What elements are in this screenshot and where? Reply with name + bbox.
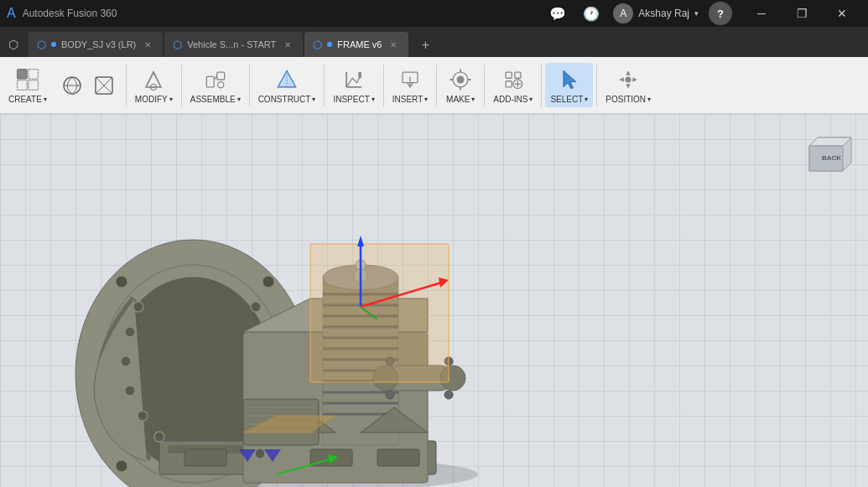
user-area[interactable]: A Akshay Raj ▾	[613, 3, 699, 23]
select-group[interactable]: SELECT ▾	[545, 63, 593, 107]
canvas-area[interactable]: BACK	[0, 114, 868, 487]
tab-new-icon: ⬡	[8, 38, 18, 51]
create-label: CREATE ▾	[8, 95, 47, 104]
svg-point-74	[138, 411, 148, 421]
svg-rect-1	[29, 70, 39, 80]
svg-point-73	[125, 386, 135, 396]
svg-rect-25	[506, 72, 512, 78]
tab-vehicle[interactable]: ⬡ Vehicle S...n - START ✕	[164, 32, 303, 57]
tab-body-sj-icon: ⬡	[37, 39, 46, 51]
modify-group[interactable]: MODIFY ▾	[130, 63, 178, 107]
construct-icon	[273, 66, 300, 93]
svg-point-14	[217, 82, 223, 88]
sep-7	[484, 65, 485, 106]
svg-point-75	[154, 432, 164, 442]
svg-point-36	[116, 276, 127, 288]
svg-rect-85	[185, 449, 226, 466]
svg-rect-2	[17, 80, 27, 91]
modify-label: MODIFY ▾	[135, 95, 173, 104]
assemble-label: ASSEMBLE ▾	[190, 95, 241, 104]
create-icon	[14, 66, 41, 93]
svg-point-24	[457, 76, 465, 84]
tab-bar: ⬡ ⬡ BODY_SJ v3 (LR) ✕ ⬡ Vehicle S...n - …	[0, 27, 868, 57]
title-bar: A Autodesk Fusion 360 💬 🕐 A Akshay Raj ▾…	[0, 0, 868, 27]
svg-rect-20	[358, 72, 361, 78]
insert-icon	[397, 66, 424, 93]
svg-point-38	[116, 460, 127, 472]
tab-body-sj-close[interactable]: ✕	[141, 38, 154, 51]
svg-point-76	[251, 302, 261, 312]
close-button[interactable]: ✕	[823, 0, 861, 27]
sep-9	[596, 65, 597, 106]
sep-3	[249, 65, 250, 106]
sep-4	[324, 65, 325, 106]
user-avatar: A	[613, 3, 633, 23]
tab-frame-close[interactable]: ✕	[387, 38, 400, 51]
assemble-icon	[202, 66, 229, 93]
construct-label: CONSTRUCT ▾	[258, 95, 316, 104]
make-label: MAKE ▾	[446, 95, 475, 104]
svg-point-31	[626, 76, 632, 82]
tab-frame-dot	[327, 42, 332, 47]
tab-body-sj[interactable]: ⬡ BODY_SJ v3 (LR) ✕	[29, 32, 163, 57]
inspect-icon	[340, 66, 367, 93]
modify-icon	[140, 66, 167, 93]
app-title: Autodesk Fusion 360	[23, 8, 117, 19]
sep-5	[383, 65, 384, 106]
create-icon-2[interactable]	[89, 72, 119, 99]
svg-point-37	[262, 276, 274, 288]
position-group[interactable]: POSITION ▾	[600, 63, 656, 107]
create-icon-1[interactable]	[57, 72, 87, 99]
help-button[interactable]: ?	[709, 2, 732, 25]
create-group[interactable]: CREATE ▾	[3, 63, 52, 107]
tab-body-sj-label: BODY_SJ v3 (LR)	[61, 39, 136, 49]
svg-marker-15	[278, 70, 295, 87]
tab-new[interactable]: ⬡	[3, 32, 27, 57]
tab-frame[interactable]: ⬡ FRAME v6 ✕	[304, 32, 408, 57]
new-tab-button[interactable]: +	[413, 34, 437, 57]
maximize-button[interactable]: ❐	[782, 0, 821, 27]
chat-button[interactable]: 💬	[546, 2, 569, 25]
svg-marker-81	[357, 236, 364, 246]
svg-rect-87	[377, 449, 419, 466]
svg-rect-79	[310, 244, 449, 382]
tab-body-sj-dot	[51, 42, 56, 47]
sep-2	[181, 65, 182, 106]
svg-point-70	[133, 302, 143, 312]
inspect-label: INSPECT ▾	[333, 95, 374, 104]
svg-rect-12	[216, 72, 224, 80]
svg-rect-27	[506, 81, 512, 87]
addins-group[interactable]: ADD-INS ▾	[488, 63, 538, 107]
select-icon	[556, 66, 583, 93]
svg-rect-3	[29, 80, 39, 91]
assemble-group[interactable]: ASSEMBLE ▾	[185, 63, 246, 107]
construct-group[interactable]: CONSTRUCT ▾	[253, 63, 321, 107]
addins-label: ADD-INS ▾	[493, 95, 533, 104]
tab-vehicle-close[interactable]: ✕	[281, 38, 294, 51]
inspect-group[interactable]: INSPECT ▾	[328, 63, 379, 107]
select-label: SELECT ▾	[550, 95, 588, 104]
tab-frame-icon: ⬡	[313, 39, 322, 51]
sep-6	[436, 65, 437, 106]
insert-group[interactable]: INSERT ▾	[387, 63, 434, 107]
make-group[interactable]: MAKE ▾	[440, 63, 481, 107]
svg-rect-11	[206, 76, 214, 86]
addins-icon	[500, 66, 527, 93]
tab-vehicle-label: Vehicle S...n - START	[187, 39, 276, 49]
svg-point-67	[444, 391, 453, 399]
sep-1	[126, 65, 127, 106]
svg-rect-26	[515, 72, 521, 78]
minimize-button[interactable]: ─	[742, 0, 781, 27]
history-button[interactable]: 🕐	[580, 2, 603, 25]
user-dropdown-arrow[interactable]: ▾	[694, 9, 699, 18]
position-icon	[615, 66, 642, 93]
insert-label: INSERT ▾	[392, 95, 429, 104]
position-label: POSITION ▾	[606, 95, 651, 104]
svg-point-72	[121, 356, 131, 366]
window-controls: ─ ❐ ✕	[742, 0, 861, 27]
viewcube[interactable]: BACK	[793, 121, 860, 188]
toolbar: CREATE ▾	[0, 57, 868, 114]
app-logo: A	[7, 6, 16, 21]
sep-8	[541, 65, 542, 106]
svg-text:BACK: BACK	[822, 154, 841, 162]
